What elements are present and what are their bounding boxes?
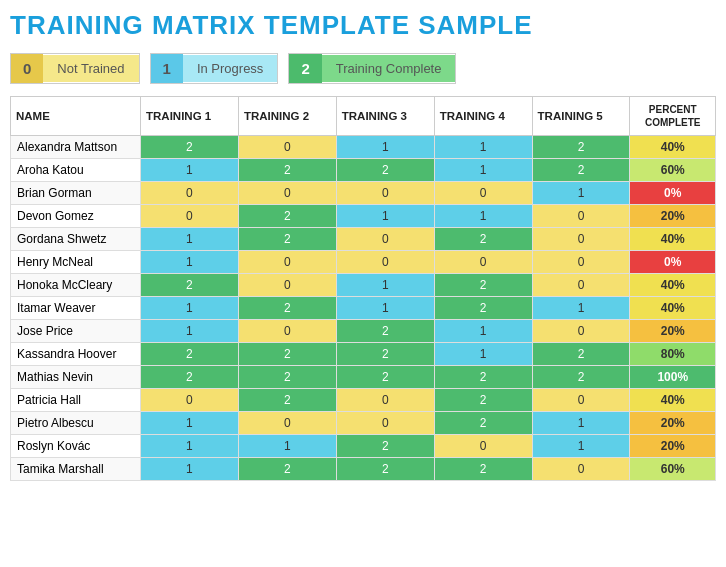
cell-training: 2 (238, 228, 336, 251)
cell-percent: 20% (630, 320, 716, 343)
cell-training: 0 (238, 274, 336, 297)
table-row: Kassandra Hoover2221280% (11, 343, 716, 366)
legend-1-num: 1 (151, 54, 183, 83)
cell-training: 1 (434, 320, 532, 343)
cell-training: 1 (532, 297, 630, 320)
cell-name: Honoka McCleary (11, 274, 141, 297)
cell-percent: 100% (630, 366, 716, 389)
cell-training: 1 (336, 274, 434, 297)
cell-percent: 60% (630, 159, 716, 182)
cell-training: 0 (532, 205, 630, 228)
cell-training: 1 (532, 412, 630, 435)
training-matrix-table: NAME TRAINING 1 TRAINING 2 TRAINING 3 TR… (10, 96, 716, 481)
table-row: Mathias Nevin22222100% (11, 366, 716, 389)
cell-training: 0 (336, 182, 434, 205)
legend-in-progress: 1 In Progress (150, 53, 279, 84)
cell-training: 2 (238, 389, 336, 412)
cell-name: Brian Gorman (11, 182, 141, 205)
table-row: Brian Gorman000010% (11, 182, 716, 205)
cell-training: 1 (141, 320, 239, 343)
table-row: Henry McNeal100000% (11, 251, 716, 274)
cell-name: Pietro Albescu (11, 412, 141, 435)
cell-training: 2 (336, 366, 434, 389)
cell-percent: 40% (630, 297, 716, 320)
cell-training: 0 (434, 182, 532, 205)
legend-not-trained: 0 Not Trained (10, 53, 140, 84)
cell-training: 1 (141, 297, 239, 320)
col-t1: TRAINING 1 (141, 97, 239, 136)
cell-training: 2 (336, 458, 434, 481)
cell-training: 1 (532, 435, 630, 458)
cell-percent: 40% (630, 389, 716, 412)
cell-training: 2 (238, 366, 336, 389)
cell-training: 2 (434, 228, 532, 251)
table-row: Honoka McCleary2012040% (11, 274, 716, 297)
cell-training: 2 (238, 343, 336, 366)
cell-training: 2 (434, 412, 532, 435)
cell-training: 2 (434, 366, 532, 389)
cell-training: 2 (336, 320, 434, 343)
cell-training: 0 (238, 251, 336, 274)
cell-training: 0 (238, 136, 336, 159)
table-row: Jose Price1021020% (11, 320, 716, 343)
cell-training: 0 (336, 412, 434, 435)
cell-training: 1 (141, 228, 239, 251)
cell-training: 1 (336, 205, 434, 228)
cell-training: 0 (532, 320, 630, 343)
cell-name: Roslyn Kovác (11, 435, 141, 458)
cell-training: 0 (238, 412, 336, 435)
cell-training: 1 (434, 136, 532, 159)
cell-training: 1 (141, 435, 239, 458)
cell-training: 2 (141, 343, 239, 366)
cell-name: Henry McNeal (11, 251, 141, 274)
table-row: Devon Gomez0211020% (11, 205, 716, 228)
cell-percent: 40% (630, 136, 716, 159)
col-t2: TRAINING 2 (238, 97, 336, 136)
cell-name: Mathias Nevin (11, 366, 141, 389)
cell-training: 1 (141, 412, 239, 435)
table-row: Tamika Marshall1222060% (11, 458, 716, 481)
cell-training: 2 (532, 159, 630, 182)
table-row: Aroha Katou1221260% (11, 159, 716, 182)
cell-training: 0 (532, 251, 630, 274)
cell-name: Gordana Shwetz (11, 228, 141, 251)
cell-name: Jose Price (11, 320, 141, 343)
cell-training: 2 (434, 297, 532, 320)
cell-training: 2 (238, 458, 336, 481)
page-title: TRAINING MATRIX TEMPLATE SAMPLE (10, 10, 716, 41)
cell-training: 1 (434, 343, 532, 366)
col-t4: TRAINING 4 (434, 97, 532, 136)
table-row: Pietro Albescu1002120% (11, 412, 716, 435)
cell-training: 0 (532, 458, 630, 481)
table-row: Alexandra Mattson2011240% (11, 136, 716, 159)
cell-percent: 80% (630, 343, 716, 366)
cell-training: 1 (336, 297, 434, 320)
table-row: Gordana Shwetz1202040% (11, 228, 716, 251)
cell-training: 2 (141, 274, 239, 297)
legend-2-label: Training Complete (322, 55, 456, 82)
cell-training: 2 (434, 274, 532, 297)
cell-training: 2 (238, 205, 336, 228)
cell-percent: 40% (630, 228, 716, 251)
cell-name: Devon Gomez (11, 205, 141, 228)
col-t5: TRAINING 5 (532, 97, 630, 136)
legend-2-num: 2 (289, 54, 321, 83)
cell-name: Aroha Katou (11, 159, 141, 182)
legend-0-num: 0 (11, 54, 43, 83)
cell-name: Alexandra Mattson (11, 136, 141, 159)
cell-training: 2 (336, 435, 434, 458)
cell-training: 0 (336, 389, 434, 412)
cell-training: 1 (141, 251, 239, 274)
cell-training: 0 (434, 251, 532, 274)
cell-percent: 60% (630, 458, 716, 481)
col-pct: PERCENTCOMPLETE (630, 97, 716, 136)
cell-percent: 20% (630, 435, 716, 458)
cell-training: 1 (336, 136, 434, 159)
cell-training: 2 (238, 159, 336, 182)
cell-training: 1 (238, 435, 336, 458)
cell-training: 0 (532, 274, 630, 297)
cell-training: 0 (238, 182, 336, 205)
cell-training: 1 (141, 458, 239, 481)
cell-training: 2 (434, 458, 532, 481)
cell-training: 2 (336, 159, 434, 182)
